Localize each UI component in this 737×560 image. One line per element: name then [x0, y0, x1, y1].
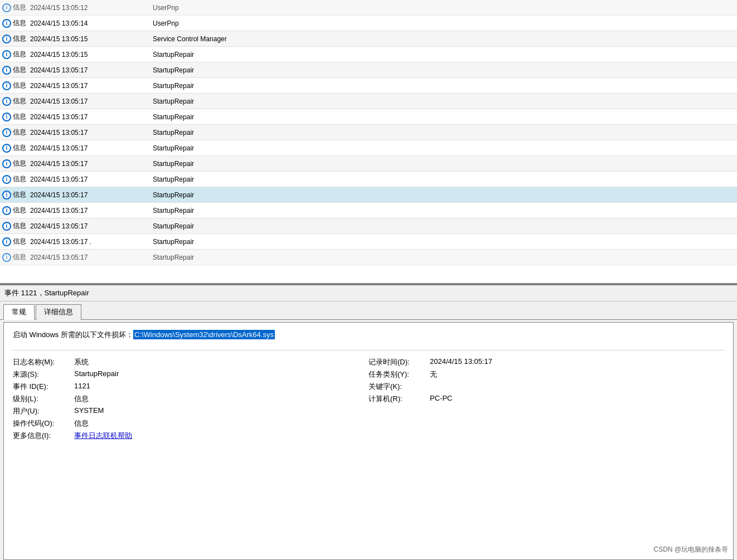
log-type: 信息: [13, 34, 26, 43]
prop-label: 更多信息(I):: [13, 431, 74, 441]
info-icon: i: [2, 144, 11, 153]
prop-value: 信息: [74, 418, 89, 428]
table-row[interactable]: i 信息 2024/4/15 13:05:17 StartupRepair: [0, 109, 737, 125]
prop-value: 2024/4/15 13:05:17: [430, 357, 492, 366]
log-type: 信息: [13, 206, 26, 215]
log-source: StartupRepair: [142, 238, 735, 246]
log-type: 信息: [13, 18, 26, 28]
prop-row: 来源(S):StartupRepair: [13, 369, 368, 379]
table-row[interactable]: i 信息 2024/4/15 13:05:17 StartupRepair: [0, 187, 737, 203]
log-datetime: 2024/4/15 13:05:17: [30, 144, 142, 152]
log-source: StartupRepair: [142, 144, 735, 152]
info-icon: i: [2, 3, 11, 12]
info-icon: i: [2, 113, 11, 121]
log-icon-cell: i 信息: [2, 65, 30, 75]
table-row[interactable]: i 信息 2024/4/15 13:05:12 UserPnp: [0, 0, 737, 16]
log-datetime: 2024/4/15 13:05:14: [30, 20, 142, 27]
prop-value: 系统: [74, 357, 89, 367]
prop-label: 任务类别(Y):: [368, 369, 430, 379]
table-row[interactable]: i 信息 2024/4/15 13:05:15 Service Control …: [0, 31, 737, 47]
prop-row: 级别(L):信息: [13, 394, 368, 404]
table-row[interactable]: i 信息 2024/4/15 13:05:17 StartupRepair: [0, 78, 737, 94]
log-icon-cell: i 信息: [2, 3, 30, 12]
log-datetime: 2024/4/15 13:05:17: [30, 191, 142, 199]
log-source: StartupRepair: [142, 82, 735, 90]
log-type: 信息: [13, 190, 26, 199]
table-row[interactable]: i 信息 2024/4/15 13:05:17 . StartupRepair: [0, 234, 737, 250]
table-row[interactable]: i 信息 2024/4/15 13:05:17 StartupRepair: [0, 140, 737, 156]
table-row[interactable]: i 信息 2024/4/15 13:05:17 StartupRepair: [0, 125, 737, 140]
prop-value: StartupRepair: [74, 369, 119, 378]
log-type: 信息: [13, 252, 26, 262]
event-description: 启动 Windows 所需的以下文件损坏：C:\Windows\System32…: [13, 329, 724, 341]
table-row[interactable]: i 信息 2024/4/15 13:05:17 StartupRepair: [0, 156, 737, 172]
log-type: 信息: [13, 65, 26, 75]
table-row[interactable]: i 信息 2024/4/15 13:05:17 StartupRepair: [0, 62, 737, 78]
event-log-link[interactable]: 事件日志联机帮助: [74, 431, 132, 441]
prop-label: 事件 ID(E):: [13, 382, 74, 392]
table-row[interactable]: i 信息 2024/4/15 13:05:17 StartupRepair: [0, 250, 737, 265]
description-path: C:\Windows\System32\drivers\DsArk64.sys: [133, 330, 275, 339]
info-icon: i: [2, 175, 11, 184]
watermark: CSDN @玩电脑的辣条哥: [653, 545, 728, 554]
prop-label: 记录时间(D):: [368, 357, 430, 367]
prop-row: 用户(U):SYSTEM: [13, 406, 368, 416]
info-icon: i: [2, 97, 11, 106]
log-source: StartupRepair: [142, 191, 735, 199]
log-datetime: 2024/4/15 13:05:17: [30, 207, 142, 215]
log-icon-cell: i 信息: [2, 112, 30, 121]
log-type: 信息: [13, 237, 26, 246]
log-source: StartupRepair: [142, 98, 735, 105]
description-prefix: 启动 Windows 所需的以下文件损坏：: [13, 330, 133, 339]
log-icon-cell: i 信息: [2, 174, 30, 184]
prop-value: SYSTEM: [74, 406, 104, 415]
info-icon: i: [2, 128, 11, 137]
prop-value: PC-PC: [430, 394, 452, 402]
log-icon-cell: i 信息: [2, 206, 30, 215]
log-icon-cell: i 信息: [2, 18, 30, 28]
prop-label: 关键字(K):: [368, 382, 430, 392]
info-icon: i: [2, 253, 11, 262]
log-type: 信息: [13, 174, 26, 184]
log-type: 信息: [13, 112, 26, 121]
info-icon: i: [2, 206, 11, 215]
prop-row: 事件 ID(E):1121: [13, 382, 368, 392]
divider: [13, 350, 724, 350]
info-icon: i: [2, 237, 11, 246]
prop-row: 任务类别(Y):无: [368, 369, 724, 379]
log-icon-cell: i 信息: [2, 96, 30, 106]
info-icon: i: [2, 35, 11, 43]
prop-row: 操作代码(O):信息: [13, 418, 368, 428]
log-datetime: 2024/4/15 13:05:17: [30, 222, 142, 230]
log-list: i 信息 2024/4/15 13:05:12 UserPnp i 信息 202…: [0, 0, 737, 284]
log-icon-cell: i 信息: [2, 128, 30, 137]
log-source: StartupRepair: [142, 176, 735, 183]
log-type: 信息: [13, 159, 26, 168]
prop-label: 级别(L):: [13, 394, 74, 404]
event-title: 事件 1121，StartupRepair: [0, 285, 737, 301]
tab-常规[interactable]: 常规: [3, 304, 35, 320]
log-source: StartupRepair: [142, 160, 735, 168]
prop-value: 1121: [74, 382, 90, 390]
table-row[interactable]: i 信息 2024/4/15 13:05:17 StartupRepair: [0, 218, 737, 234]
prop-label: 用户(U):: [13, 406, 74, 416]
table-row[interactable]: i 信息 2024/4/15 13:05:14 UserPnp: [0, 16, 737, 31]
table-row[interactable]: i 信息 2024/4/15 13:05:17 StartupRepair: [0, 172, 737, 187]
log-source: Service Control Manager: [142, 35, 735, 43]
prop-label: 操作代码(O):: [13, 418, 74, 428]
prop-row: 更多信息(I):事件日志联机帮助: [13, 431, 368, 441]
log-icon-cell: i 信息: [2, 221, 30, 231]
table-row[interactable]: i 信息 2024/4/15 13:05:17 StartupRepair: [0, 94, 737, 109]
log-datetime: 2024/4/15 13:05:12: [30, 4, 142, 12]
log-datetime: 2024/4/15 13:05:17: [30, 254, 142, 261]
table-row[interactable]: i 信息 2024/4/15 13:05:17 StartupRepair: [0, 203, 737, 218]
prop-label: 来源(S):: [13, 369, 74, 379]
tab-详细信息[interactable]: 详细信息: [36, 304, 81, 320]
log-icon-cell: i 信息: [2, 143, 30, 153]
table-row[interactable]: i 信息 2024/4/15 13:05:15 StartupRepair: [0, 47, 737, 62]
prop-row: 关键字(K):: [368, 382, 724, 392]
log-icon-cell: i 信息: [2, 237, 30, 246]
log-source: StartupRepair: [142, 66, 735, 74]
log-icon-cell: i 信息: [2, 50, 30, 59]
info-icon: i: [2, 66, 11, 75]
